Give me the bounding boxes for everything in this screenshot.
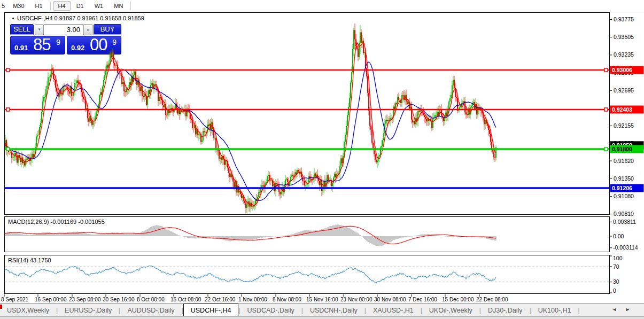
macd-axis[interactable] — [610, 216, 644, 252]
timeframe-button-h1[interactable]: H1 — [30, 1, 48, 11]
tab-audusd-daily[interactable]: AUDUSD-,Daily — [120, 305, 181, 316]
time-label: 8 Oct 00:00 — [137, 297, 165, 302]
buy-price-sup: 9 — [112, 38, 117, 46]
time-label: 22 Dec 08:00 — [476, 297, 508, 302]
time-label: 30 Nov 08:00 — [374, 297, 406, 302]
tab-usdx-weekly[interactable]: USDX,Weekly — [0, 305, 56, 316]
buy-price-button[interactable]: 0.92 00 9 — [67, 36, 121, 55]
chart-title: ▲USDCHF-,H4 0.91897 0.91961 0.91658 0.91… — [11, 15, 144, 21]
main-chart-panel[interactable]: ▲USDCHF-,H4 0.91897 0.91961 0.91658 0.91… — [4, 12, 610, 215]
sell-price-prefix: 0.91 — [14, 44, 28, 52]
tab-scroll-left-icon[interactable]: ◄ — [612, 307, 625, 312]
sell-price-big: 85 — [33, 35, 50, 55]
sell-button[interactable]: SELL — [10, 24, 34, 35]
time-label: 8 Nov 08:00 — [273, 297, 301, 302]
timeframe-button-w1[interactable]: W1 — [90, 1, 108, 11]
tab-usdcnh-daily[interactable]: USDCNH-,Daily — [303, 305, 364, 316]
timeframe-button-5[interactable]: 5 — [1, 1, 7, 11]
sell-price-button[interactable]: 0.91 85 9 — [10, 36, 65, 55]
tab-usdchf-h4[interactable]: USDCHF-,H4 — [183, 304, 239, 316]
tab-divider: | — [578, 307, 580, 314]
chart-title-text: USDCHF-,H4 0.91897 0.91961 0.91658 0.918… — [17, 15, 144, 21]
time-label: 23 Sep 08:00 — [69, 297, 101, 302]
time-label: 15 Nov 16:00 — [306, 297, 338, 302]
timeframe-button-m30[interactable]: M30 — [8, 1, 29, 11]
tab-xauusd-h1[interactable]: XAUUSD-,H1 — [366, 305, 421, 316]
volume-stepper: ▼ 3.00 ▲ — [35, 24, 92, 35]
buy-button[interactable]: BUY — [94, 24, 121, 35]
time-label: 22 Oct 16:00 — [205, 297, 235, 302]
time-axis[interactable]: 8 Sep 202116 Sep 00:0023 Sep 08:0030 Sep… — [0, 294, 644, 303]
tab-usdcad-daily[interactable]: USDCAD-,Daily — [240, 305, 301, 316]
timeframe-button-mn[interactable]: MN — [109, 1, 128, 11]
time-label: 30 Sep 16:00 — [103, 297, 135, 302]
volume-input[interactable]: 3.00 — [44, 24, 83, 35]
toolbar-separator — [130, 2, 131, 10]
sell-price-sup: 9 — [56, 38, 60, 46]
tab-bar-chip — [0, 305, 2, 309]
toolbar-separator — [50, 2, 51, 10]
macd-label: MACD(12,26,9) -0.001169 -0.001055 — [8, 219, 105, 225]
time-label: 8 Sep 2021 — [1, 297, 28, 302]
time-label: 15 Dec 00:00 — [442, 297, 474, 302]
one-click-trade-panel: SELL ▼ 3.00 ▲ BUY 0.91 85 9 0.92 00 9 — [10, 24, 121, 55]
timeframe-button-d1[interactable]: D1 — [72, 1, 89, 11]
tab-nav-arrows: ◄► — [612, 307, 639, 312]
rsi-axis[interactable] — [610, 255, 644, 294]
buy-price-big: 00 — [90, 35, 107, 55]
macd-indicator-panel[interactable]: MACD(12,26,9) -0.001169 -0.001055 — [4, 216, 610, 252]
time-label: 23 Nov 00:00 — [340, 297, 373, 302]
rsi-label: RSI(14) 43.1750 — [8, 257, 51, 263]
rsi-indicator-panel[interactable]: RSI(14) 43.1750 — [4, 255, 610, 294]
tab-dj30-daily[interactable]: DJ30-,Daily — [481, 305, 530, 316]
timeframe-toolbar: 5M30H1H4D1W1MN — [0, 0, 644, 12]
time-label: 15 Oct 08:00 — [170, 297, 201, 302]
volume-decrease-button[interactable]: ▼ — [35, 24, 44, 35]
tab-eurusd-daily[interactable]: EURUSD-,Daily — [58, 305, 119, 316]
timeframe-button-h4[interactable]: H4 — [53, 1, 71, 11]
time-label: 16 Sep 00:00 — [35, 297, 67, 302]
volume-increase-button[interactable]: ▲ — [83, 24, 92, 35]
buy-price-prefix: 0.92 — [71, 44, 84, 52]
price-axis[interactable] — [610, 12, 644, 215]
tab-uk100-h1[interactable]: UK100-,H1 — [531, 305, 578, 316]
chart-tab-bar: USDX,Weekly|EURUSD-,Daily|AUDUSD-,Daily|… — [0, 304, 644, 316]
tab-ukoil-weekly[interactable]: UKOil-,Weekly — [422, 305, 479, 316]
tab-scroll-right-icon[interactable]: ► — [625, 307, 639, 312]
title-arrow-icon: ▲ — [11, 16, 15, 20]
bottom-strip — [0, 316, 644, 319]
time-label: 1 Nov 00:00 — [238, 297, 267, 302]
time-label: 7 Dec 16:00 — [408, 297, 437, 302]
mt4-terminal: 5M30H1H4D1W1MN ▲USDCHF-,H4 0.91897 0.919… — [0, 0, 644, 319]
